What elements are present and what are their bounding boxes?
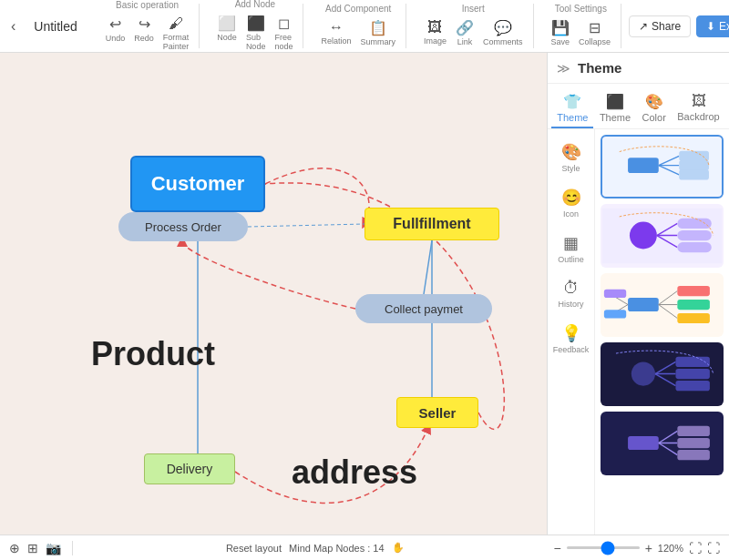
canvas[interactable]: Customer Process Order Fullfillment Coll… [0,53,547,535]
sub-node-icon: ⬛ [247,15,265,32]
collapse-button[interactable]: ⊟ Collapse [576,17,613,48]
outline-icon: ▦ [563,233,579,253]
add-node-label: Add Node [235,0,275,9]
export-button[interactable]: ⬇ Export [696,15,729,37]
share-icon: ↗ [639,20,648,33]
svg-rect-9 [679,151,709,161]
tab-theme-shirt[interactable]: 👕 Theme [551,89,593,128]
statusbar-icon-3[interactable]: 📷 [46,541,61,555]
statusbar-icon-1[interactable]: ⊕ [9,541,20,555]
theme-card-4[interactable] [601,342,724,406]
svg-rect-41 [628,436,659,450]
share-button[interactable]: ↗ Share [629,15,691,37]
link-label: Link [457,37,473,46]
save-button[interactable]: 💾 Save [549,17,573,48]
fullscreen-button[interactable]: ⛶ [707,541,720,555]
svg-point-13 [630,222,657,249]
app-title: Untitled [34,19,77,34]
free-node-button[interactable]: ◻ Free node [272,13,295,53]
product-text-node[interactable]: Product [91,335,215,373]
insert-label: Insert [462,4,485,14]
customer-node[interactable]: Customer [130,156,265,212]
comments-button[interactable]: 💬 Comments [480,17,526,48]
image-button[interactable]: 🖼 Image [421,17,449,48]
zoom-minus-button[interactable]: − [553,541,560,555]
panel-tabs: 👕 Theme ⬛ Theme 🎨 Color 🖼 Backdrop [548,84,729,129]
sidebar-history-item[interactable]: ⏱ History [549,273,593,314]
fit-screen-button[interactable]: ⛶ [689,541,702,555]
zoom-slider[interactable] [567,546,640,549]
statusbar-icon-2[interactable]: ⊞ [27,541,38,555]
node-button[interactable]: ⬜ Node [214,13,240,53]
seller-label: Seller [419,405,457,421]
seller-node[interactable]: Seller [396,397,478,428]
node-icon: ⬜ [218,15,236,32]
svg-rect-30 [604,290,626,298]
toolbar: ‹ Untitled Basic operation ↩ Undo ↪ Redo… [0,0,729,53]
theme-card-2[interactable] [601,204,724,268]
svg-rect-18 [677,230,711,240]
undo-button[interactable]: ↩ Undo [103,14,128,53]
right-panel: ≫ Theme 👕 Theme ⬛ Theme 🎨 Color 🖼 Backdr… [547,53,729,535]
svg-rect-25 [677,286,710,296]
redo-icon: ↪ [139,15,150,33]
statusbar: ⊕ ⊞ 📷 Reset layout Mind Map Nodes : 14 ✋… [0,535,729,560]
zoom-plus-button[interactable]: + [645,541,652,555]
relation-button[interactable]: ↔ Relation [318,17,354,48]
tab-backdrop[interactable]: 🖼 Backdrop [672,89,724,128]
delivery-node[interactable]: Delivery [144,453,235,484]
tab-color[interactable]: 🎨 Color [637,89,672,128]
sub-node-button[interactable]: ⬛ Sub Node [243,13,269,53]
format-painter-icon: 🖌 [169,15,183,32]
export-icon: ⬇ [706,20,715,33]
panel-collapse-button[interactable]: ≫ [557,61,570,76]
summary-icon: 📋 [369,19,387,36]
link-button[interactable]: 🔗 Link [453,17,477,48]
format-painter-button[interactable]: 🖌 Format Painter [160,14,192,53]
insert-group: Insert 🖼 Image 🔗 Link 💬 Comments [414,4,534,48]
redo-button[interactable]: ↪ Redo [131,14,157,53]
product-label: Product [91,335,215,373]
sub-node-label: Sub Node [246,33,266,51]
sidebar-outline-item[interactable]: ▦ Outline [549,228,593,270]
backdrop-icon: 🖼 [692,93,706,109]
tab-theme-dots[interactable]: ⬛ Theme [594,89,636,128]
address-text-node[interactable]: address [292,453,417,492]
undo-icon: ↩ [109,15,121,33]
back-button[interactable]: ‹ [7,16,19,36]
summary-button[interactable]: 📋 Summary [357,17,398,48]
summary-label: Summary [360,37,395,46]
svg-rect-11 [679,169,709,179]
reset-layout-button[interactable]: Reset layout [226,543,282,554]
link-icon: 🔗 [456,19,474,36]
theme-card-3[interactable] [601,273,724,337]
color-icon: 🎨 [645,93,663,110]
svg-line-3 [424,240,432,294]
theme-card-1[interactable] [601,135,724,199]
collapse-icon: ⊟ [589,19,601,36]
sidebar-style-item[interactable]: 🎨 Style [549,137,593,178]
tool-settings-group: Tool Settings 💾 Save ⊟ Collapse [541,4,622,48]
svg-rect-21 [628,298,659,311]
sidebar-icon-item[interactable]: 😊 Icon [549,182,593,224]
collect-payment-node[interactable]: Collect paymet [355,294,492,323]
process-order-node[interactable]: Process Order [118,212,248,241]
theme-card-5[interactable] [601,412,724,475]
tool-settings-label: Tool Settings [555,4,607,14]
node-label: Node [217,33,237,42]
share-label: Share [652,20,681,33]
svg-rect-17 [677,219,711,229]
delivery-label: Delivery [167,462,213,476]
svg-point-33 [631,361,655,385]
image-label: Image [424,36,447,46]
panel-title: Theme [578,60,621,76]
svg-rect-26 [677,300,710,310]
svg-line-2 [248,224,364,227]
fulfillment-node[interactable]: Fullfillment [364,208,499,240]
collapse-label: Collapse [579,37,611,46]
svg-rect-5 [628,158,659,173]
relation-label: Relation [321,36,351,46]
sidebar-feedback-item[interactable]: 💡 Feedback [549,318,593,360]
svg-rect-31 [604,310,626,318]
customer-label: Customer [151,172,245,196]
